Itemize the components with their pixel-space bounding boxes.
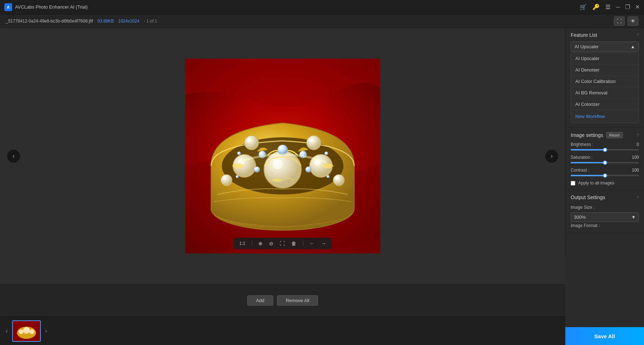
chevron-down-icon: ▼	[631, 215, 636, 220]
contrast-slider-track	[571, 175, 639, 176]
image-settings-header: Image settings Reset ?	[571, 132, 639, 138]
save-all-button[interactable]: Save All	[565, 327, 644, 345]
svg-point-18	[335, 176, 338, 180]
separator	[303, 241, 303, 246]
brightness-slider-track	[571, 149, 639, 151]
svg-point-24	[301, 152, 303, 154]
saturation-slider[interactable]	[571, 162, 639, 163]
crop-button[interactable]: ⛶	[614, 16, 625, 26]
svg-point-15	[221, 174, 232, 186]
right-panel-wrapper: Feature List ? AI Upscaler ▲ AI Upscaler…	[565, 28, 644, 345]
title-bar: A AVCLabs Photo Enhancer AI (Trial) 🛒 🔑 …	[0, 0, 644, 14]
feature-item-upscaler[interactable]: AI Upscaler	[571, 53, 639, 64]
feature-item-color-calibration[interactable]: AI Color Calibration	[571, 76, 639, 87]
svg-point-25	[254, 167, 260, 172]
app-title: AVCLabs Photo Enhancer AI (Trial)	[15, 4, 580, 10]
file-size: 93.89KB	[97, 19, 114, 24]
cart-icon[interactable]: 🛒	[580, 4, 587, 10]
app-logo: A	[4, 3, 12, 11]
next-button[interactable]: →	[321, 241, 326, 246]
svg-point-19	[278, 145, 288, 155]
feature-list-open: AI Upscaler AI Denoiser AI Color Calibra…	[571, 53, 639, 123]
output-settings-title: Output Settings	[571, 194, 605, 200]
svg-point-4	[264, 151, 301, 188]
thumb-next-button[interactable]: ›	[44, 327, 49, 335]
menu-icon[interactable]: ☰	[605, 4, 610, 10]
zoom-in-button[interactable]: ⊕	[258, 241, 263, 246]
feature-item-denoiser[interactable]: AI Denoiser	[571, 64, 639, 76]
svg-point-30	[327, 175, 330, 178]
add-button[interactable]: Add	[247, 295, 273, 306]
prev-image-button[interactable]: ‹	[7, 150, 20, 163]
separator	[252, 241, 252, 246]
image-viewer: ‹	[0, 28, 565, 284]
title-bar-actions: 🛒 🔑 ☰	[580, 4, 610, 10]
key-icon[interactable]: 🔑	[592, 4, 600, 10]
contrast-row: Contrast : 100	[571, 168, 639, 173]
window-controls: ─ ❐ ✕	[616, 4, 640, 10]
minimize-button[interactable]: ─	[616, 4, 620, 10]
svg-point-35	[30, 329, 34, 334]
image-settings-section: Image settings Reset ? Brightness : 0	[566, 128, 644, 190]
preview-button[interactable]: 👁	[628, 16, 638, 26]
contrast-slider-fill	[571, 175, 605, 176]
chevron-up-icon: ▲	[630, 44, 635, 49]
thumb-prev-button[interactable]: ‹	[4, 327, 9, 335]
image-size-value: 300%	[574, 215, 586, 220]
saturation-row: Saturation : 100	[571, 155, 639, 160]
main-area: ‹	[0, 28, 644, 345]
svg-point-26	[306, 167, 311, 172]
svg-point-14	[309, 138, 313, 142]
image-settings-help-icon[interactable]: ?	[636, 133, 639, 138]
svg-point-28	[325, 152, 328, 155]
prev-button[interactable]: ←	[309, 241, 314, 246]
main-image	[185, 59, 380, 253]
thumbnail-image	[13, 321, 40, 341]
image-size-select[interactable]: 300% ▼	[571, 212, 639, 222]
feature-dropdown[interactable]: AI Upscaler ▲	[571, 41, 639, 52]
reset-button[interactable]: Reset	[606, 132, 623, 138]
brightness-slider-thumb[interactable]	[603, 148, 607, 152]
add-remove-buttons: Add Remove All	[247, 295, 318, 306]
contrast-slider-thumb[interactable]	[603, 173, 607, 178]
right-panel: Feature List ? AI Upscaler ▲ AI Upscaler…	[565, 28, 644, 255]
feature-item-bg-removal[interactable]: AI BG Removal	[571, 87, 639, 99]
svg-point-22	[260, 152, 262, 154]
restore-button[interactable]: ❐	[625, 4, 630, 10]
crop-tool-button[interactable]: ⛶	[280, 241, 285, 246]
thumbnail-item[interactable]	[12, 320, 41, 342]
svg-point-27	[237, 152, 241, 155]
feature-list-help-icon[interactable]: ?	[636, 33, 639, 38]
file-dimensions: 1024x1024	[118, 19, 139, 24]
svg-point-13	[307, 135, 321, 150]
svg-point-6	[274, 161, 279, 165]
ratio-label: 1:1	[239, 241, 245, 246]
remove-all-button[interactable]: Remove All	[277, 295, 318, 306]
close-button[interactable]: ✕	[635, 4, 640, 10]
apply-to-all-checkbox[interactable]	[571, 181, 575, 186]
svg-point-34	[19, 329, 23, 334]
saturation-slider-thumb[interactable]	[603, 161, 607, 165]
delete-image-button[interactable]: 🗑	[291, 241, 296, 246]
ring-artwork	[185, 59, 380, 253]
svg-point-16	[223, 176, 226, 180]
file-name: _51778412-0a24-49e8-bc3b-d6fb0e4f7608.jf…	[6, 19, 93, 24]
saturation-slider-fill	[571, 162, 605, 163]
feature-item-colorizer[interactable]: AI Colorizer	[571, 99, 639, 110]
output-settings-help-icon[interactable]: ?	[636, 195, 639, 200]
zoom-out-button[interactable]: ⊖	[269, 241, 273, 246]
contrast-slider[interactable]	[571, 175, 639, 176]
canvas-area: ‹	[0, 28, 565, 345]
new-workflow-button[interactable]: New Workflow	[571, 110, 639, 123]
file-bar: _51778412-0a24-49e8-bc3b-d6fb0e4f7608.jf…	[0, 14, 644, 28]
brightness-label: Brightness :	[571, 142, 599, 147]
apply-to-all-label[interactable]: Apply to all images	[578, 181, 614, 186]
brightness-value: 0	[628, 142, 639, 147]
image-toolbar: 1:1 ⊕ ⊖ ⛶ 🗑 ← →	[234, 238, 332, 249]
svg-point-17	[333, 174, 345, 186]
brightness-slider[interactable]	[571, 149, 639, 151]
output-settings-header: Output Settings ?	[571, 194, 639, 200]
next-image-button[interactable]: ›	[545, 150, 558, 163]
feature-selected-label: AI Upscaler	[575, 44, 599, 49]
contrast-value: 100	[628, 168, 639, 173]
